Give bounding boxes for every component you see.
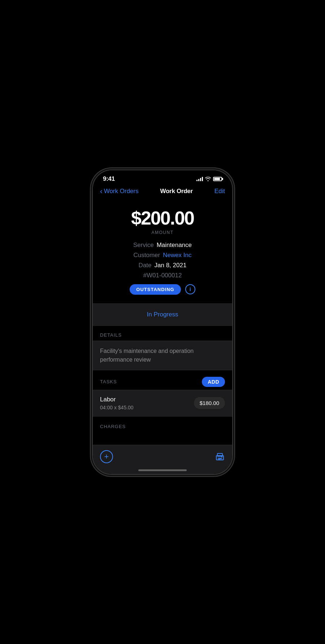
phone-frame: 9:41 ‹ Work Orders Work O	[92, 170, 233, 475]
badge-row: OUTSTANDING i	[100, 284, 225, 295]
details-section-header: DETAILS	[93, 326, 232, 341]
date-row: Date Jan 8, 2021	[100, 262, 225, 269]
tasks-header: TASKS ADD	[93, 370, 232, 390]
task-name: Labor	[100, 396, 134, 403]
battery-icon	[213, 177, 222, 181]
date-label: Date	[139, 262, 152, 269]
signal-bars-icon	[196, 177, 203, 181]
content-area: $200.00 AMOUNT Service Maintenance Custo…	[93, 199, 232, 445]
task-details: 04:00 x $45.00	[100, 405, 134, 410]
customer-value[interactable]: Newex Inc	[163, 252, 191, 259]
print-icon	[215, 452, 225, 462]
status-time: 9:41	[103, 175, 115, 183]
details-text: Facility's maintenance and operation per…	[100, 347, 225, 364]
add-charge-button[interactable]: +	[100, 450, 113, 463]
edit-button[interactable]: Edit	[214, 188, 225, 195]
customer-row: Customer Newex Inc	[100, 252, 225, 259]
tasks-section-label: TASKS	[100, 379, 117, 384]
notch	[140, 170, 185, 183]
add-task-button[interactable]: ADD	[202, 377, 225, 387]
in-progress-button[interactable]: In Progress	[93, 303, 232, 326]
battery-fill	[214, 178, 220, 180]
home-indicator	[138, 469, 187, 471]
status-icons	[196, 177, 222, 181]
screen: 9:41 ‹ Work Orders Work O	[93, 170, 232, 474]
in-progress-label: In Progress	[147, 311, 178, 318]
service-value: Maintenance	[157, 242, 192, 249]
amount-value: $200.00	[100, 208, 225, 229]
date-value: Jan 8, 2021	[155, 262, 187, 269]
back-button[interactable]: ‹ Work Orders	[100, 188, 139, 195]
amount-label: AMOUNT	[100, 230, 225, 235]
plus-icon: +	[104, 453, 109, 461]
task-info: Labor 04:00 x $45.00	[100, 396, 134, 410]
page-title: Work Order	[160, 188, 193, 195]
work-order-number: #W01-000012	[100, 272, 225, 279]
task-item[interactable]: Labor 04:00 x $45.00 $180.00	[93, 390, 232, 417]
task-amount: $180.00	[194, 397, 225, 409]
svg-point-3	[221, 456, 222, 457]
back-label: Work Orders	[104, 188, 139, 195]
charges-section: CHARGES	[93, 417, 232, 432]
wifi-icon	[205, 177, 211, 181]
svg-rect-5	[218, 459, 220, 460]
bottom-spacer	[93, 432, 232, 440]
back-chevron-icon: ‹	[100, 187, 103, 195]
details-card: Facility's maintenance and operation per…	[93, 341, 232, 370]
customer-label: Customer	[133, 252, 160, 259]
charges-section-label: CHARGES	[100, 424, 126, 429]
nav-bar: ‹ Work Orders Work Order Edit	[93, 185, 232, 199]
print-button[interactable]	[215, 452, 225, 462]
outstanding-badge: OUTSTANDING	[130, 284, 181, 295]
hero-section: $200.00 AMOUNT Service Maintenance Custo…	[93, 199, 232, 303]
status-bar: 9:41	[93, 170, 232, 185]
info-button[interactable]: i	[185, 284, 195, 294]
service-label: Service	[133, 242, 154, 249]
svg-rect-4	[218, 458, 222, 459]
service-row: Service Maintenance	[100, 242, 225, 249]
